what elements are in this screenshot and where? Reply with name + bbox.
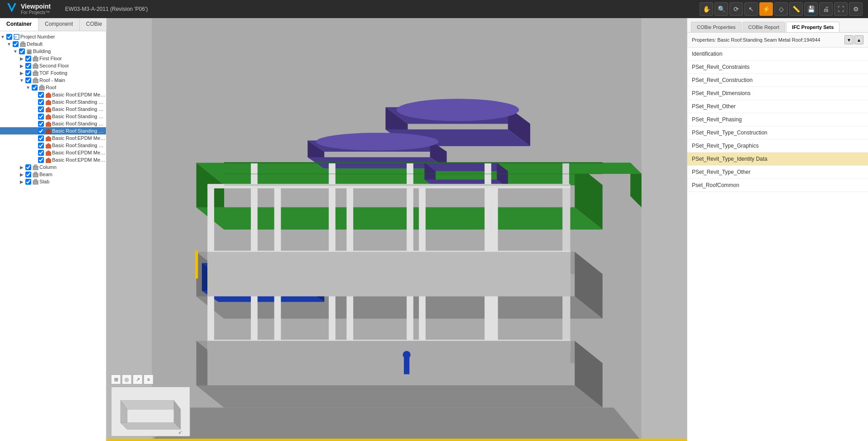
svg-rect-15: [34, 78, 37, 80]
mini-map-mm-btn4-button[interactable]: ≡: [144, 374, 153, 384]
toolbar-measure-button[interactable]: 📏: [789, 2, 803, 16]
property-set-row[interactable]: PSet_Revit_Constraints: [687, 61, 868, 74]
property-set-row[interactable]: PSet_Revit_Dimensions: [687, 87, 868, 100]
toolbar-section-button[interactable]: ◇: [774, 2, 788, 16]
property-list[interactable]: IdentificationPSet_Revit_ConstraintsPSet…: [687, 48, 868, 441]
tree-toggle-icon[interactable]: ▼: [19, 78, 24, 83]
tree-checkbox[interactable]: [38, 150, 44, 156]
tree-node[interactable]: ▼PProject Number: [0, 33, 106, 40]
tree-toggle-icon[interactable]: ▶: [19, 63, 24, 68]
tree-toggle-icon[interactable]: ▼: [0, 34, 5, 39]
tree-checkbox[interactable]: [13, 41, 19, 47]
tree-node[interactable]: Basic Roof:EPDM Membrane o...: [0, 134, 106, 142]
tree-checkbox[interactable]: [25, 63, 31, 69]
tree-label: Default: [27, 41, 43, 47]
tree-checkbox[interactable]: [38, 157, 44, 163]
property-set-row[interactable]: Identification: [687, 48, 868, 61]
collapse-button[interactable]: ▼: [844, 35, 854, 44]
mini-map-mm-btn1-button[interactable]: ⊞: [111, 374, 121, 384]
3d-viewport[interactable]: ⊞◎↗≡ ↙: [106, 18, 687, 441]
tab-container[interactable]: Container: [0, 18, 38, 31]
tree-node[interactable]: Basic Roof:Standing Seam Met...: [0, 120, 106, 127]
tree-toggle-icon[interactable]: ▶: [19, 179, 24, 184]
tree-node[interactable]: Basic Roof:Standing Seam Met...: [0, 142, 106, 149]
tree-checkbox[interactable]: [38, 128, 44, 134]
right-tab-cobie-report[interactable]: COBie Report: [743, 22, 785, 32]
expand-button[interactable]: ▲: [854, 35, 863, 44]
tree-checkbox[interactable]: [25, 172, 31, 177]
tree-checkbox[interactable]: [38, 92, 44, 98]
tree-toggle-icon[interactable]: ▶: [19, 71, 24, 76]
property-set-row[interactable]: Pset_RoofCommon: [687, 179, 868, 192]
tree-checkbox[interactable]: [6, 34, 12, 40]
tree-checkbox[interactable]: [38, 114, 44, 120]
tree-checkbox[interactable]: [32, 85, 38, 91]
tree-node[interactable]: Basic Roof:EPDM Membrane o...: [0, 149, 106, 156]
property-set-row[interactable]: PSet_Revit_Type_Identity Data: [687, 153, 868, 166]
svg-rect-90: [404, 358, 409, 374]
property-set-row[interactable]: PSet_Revit_Construction: [687, 74, 868, 87]
tree-checkbox[interactable]: [38, 121, 44, 127]
property-set-row[interactable]: PSet_Revit_Type_Other: [687, 166, 868, 179]
mini-map[interactable]: ↙: [111, 387, 190, 436]
property-set-row[interactable]: PSet_Revit_Type_Construction: [687, 126, 868, 139]
tree-node[interactable]: Basic Roof:Standing Seam Met...: [0, 127, 106, 134]
tab-cobie[interactable]: COBie: [80, 18, 109, 31]
toolbar-select-button[interactable]: ↖: [744, 2, 758, 16]
tree-node[interactable]: ▶Column: [0, 163, 106, 171]
tree-node[interactable]: ▶Second Floor: [0, 62, 106, 69]
tree-toggle-icon[interactable]: ▶: [19, 56, 24, 61]
toolbar-walk-button[interactable]: ⚡: [759, 2, 773, 16]
tree-checkbox[interactable]: [38, 99, 44, 105]
tree-checkbox[interactable]: [25, 164, 31, 170]
tree-checkbox[interactable]: [25, 70, 31, 76]
tree-node[interactable]: Basic Roof:Standing Seam Met...: [0, 98, 106, 105]
tree-toggle-icon[interactable]: ▼: [25, 85, 31, 90]
tree-checkbox[interactable]: [25, 77, 31, 83]
tree-checkbox[interactable]: [38, 106, 44, 112]
tab-component[interactable]: Component: [38, 18, 80, 31]
toolbar-save-button[interactable]: 💾: [804, 2, 818, 16]
right-tab-cobie-properties[interactable]: COBie Properties: [691, 22, 742, 32]
tree-node[interactable]: ▶Beam: [0, 171, 106, 178]
tree-node[interactable]: Basic Roof:Standing Seam Met...: [0, 113, 106, 120]
tree-node[interactable]: ▶First Floor: [0, 55, 106, 62]
tree-node[interactable]: ▶Slab: [0, 178, 106, 185]
tree-toggle-icon[interactable]: ▶: [19, 172, 24, 177]
tree-node[interactable]: Basic Roof:Standing Seam Met...: [0, 105, 106, 113]
mini-map-mm-btn3-button[interactable]: ↗: [133, 374, 143, 384]
toolbar-print-button[interactable]: 🖨: [819, 2, 833, 16]
tree-node[interactable]: ▼Default: [0, 40, 106, 48]
tree-node[interactable]: ▼Roof: [0, 84, 106, 91]
tree-toggle-icon[interactable]: ▶: [19, 165, 24, 170]
tree-node[interactable]: Basic Roof:EPDM Membrane o...: [0, 91, 106, 98]
svg-rect-6: [28, 51, 29, 54]
svg-marker-24: [46, 136, 51, 141]
tree-node[interactable]: ▶TOF Footing: [0, 69, 106, 77]
tree-icon-building: [26, 48, 32, 54]
svg-rect-7: [29, 51, 30, 54]
tree-toggle-icon[interactable]: ▼: [6, 42, 12, 47]
tree-node[interactable]: ▼Roof - Main: [0, 77, 106, 84]
tree-node[interactable]: ▼Building: [0, 48, 106, 55]
toolbar-orbit-button[interactable]: ⟳: [729, 2, 743, 16]
tree-checkbox[interactable]: [25, 56, 31, 62]
toolbar-pan-button[interactable]: ✋: [700, 2, 713, 16]
mini-map-mm-btn2-button[interactable]: ◎: [122, 374, 132, 384]
property-set-row[interactable]: PSet_Revit_Other: [687, 100, 868, 113]
tree-label: Basic Roof:EPDM Membrane o...: [52, 135, 106, 141]
tree-node[interactable]: Basic Roof:EPDM Membrane o...: [0, 156, 106, 163]
property-set-row[interactable]: PSet_Revit_Phasing: [687, 113, 868, 126]
tree-toggle-icon[interactable]: ▼: [13, 49, 18, 54]
tree-label: First Floor: [39, 56, 62, 61]
toolbar-settings-button[interactable]: ⚙: [849, 2, 863, 16]
right-tab-ifc-property-sets[interactable]: IFC Property Sets: [786, 22, 839, 32]
tree-checkbox[interactable]: [38, 143, 44, 149]
toolbar-zoom-button[interactable]: 🔍: [715, 2, 728, 16]
toolbar-fullscreen-button[interactable]: ⛶: [834, 2, 848, 16]
tree-checkbox[interactable]: [38, 135, 44, 141]
tree-checkbox[interactable]: [19, 48, 25, 54]
tree-checkbox[interactable]: [25, 179, 31, 185]
property-set-row[interactable]: PSet_Revit_Type_Graphics: [687, 139, 868, 153]
tree-area[interactable]: ▼PProject Number▼Default▼Building▶First …: [0, 31, 106, 441]
